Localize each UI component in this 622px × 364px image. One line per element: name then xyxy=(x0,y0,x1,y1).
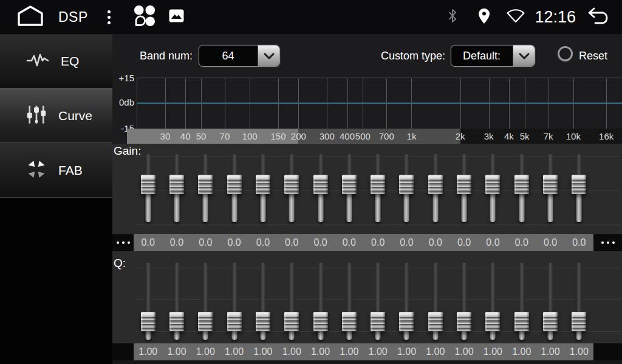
gain-fader-thumb[interactable] xyxy=(572,175,586,194)
gain-fader[interactable] xyxy=(248,154,277,222)
q-fader-thumb[interactable] xyxy=(141,312,156,331)
q-fader-thumb[interactable] xyxy=(169,312,184,331)
gain-fader[interactable] xyxy=(191,154,220,222)
q-fader-thumb[interactable] xyxy=(485,312,500,331)
band-num-select[interactable]: 64 xyxy=(199,45,280,67)
q-fader-thumb[interactable] xyxy=(457,312,471,331)
gain-fader[interactable] xyxy=(421,154,449,222)
gain-fader-thumb[interactable] xyxy=(399,175,414,194)
q-fader-thumb[interactable] xyxy=(227,312,242,331)
q-fader[interactable] xyxy=(191,263,220,340)
apps-clover-icon[interactable] xyxy=(134,5,156,29)
fader-track-upper xyxy=(346,154,352,177)
q-fader[interactable] xyxy=(335,263,363,340)
gain-fader[interactable] xyxy=(364,154,392,222)
q-fader-thumb[interactable] xyxy=(428,312,443,331)
gain-fader-thumb[interactable] xyxy=(543,175,558,194)
band-num-label: Band num: xyxy=(140,50,193,62)
q-fader[interactable] xyxy=(134,263,162,340)
gain-fader-thumb[interactable] xyxy=(169,175,184,194)
sidebar-item-curve[interactable]: Curve xyxy=(0,89,112,143)
q-value: 1.00 xyxy=(162,346,191,357)
sidebar-item-eq[interactable]: EQ xyxy=(0,34,112,89)
gain-fader-thumb[interactable] xyxy=(371,175,385,194)
gain-fader[interactable] xyxy=(479,154,507,222)
q-fader-thumb[interactable] xyxy=(543,312,558,331)
q-fader-thumb[interactable] xyxy=(284,312,299,331)
fader-track-upper xyxy=(318,154,323,177)
gridline xyxy=(525,78,525,129)
gain-fader[interactable] xyxy=(134,154,162,222)
gridline xyxy=(165,78,166,129)
gain-fader-thumb[interactable] xyxy=(198,175,213,194)
plot-top-gridline xyxy=(137,78,622,78)
gain-fader-thumb[interactable] xyxy=(514,175,529,194)
gallery-icon[interactable] xyxy=(169,9,184,25)
chevron-down-icon[interactable] xyxy=(513,46,535,66)
q-fader[interactable] xyxy=(248,263,277,340)
gain-fader-thumb[interactable] xyxy=(256,175,270,194)
q-fader[interactable] xyxy=(278,263,306,340)
gain-fader-thumb[interactable] xyxy=(428,175,443,194)
q-fader[interactable] xyxy=(220,263,248,340)
gain-fader-thumb[interactable] xyxy=(313,175,328,194)
q-fader[interactable] xyxy=(507,263,536,340)
gain-fader[interactable] xyxy=(536,154,564,222)
q-fader-thumb[interactable] xyxy=(256,312,270,331)
gain-fader-thumb[interactable] xyxy=(284,175,299,194)
gain-fader[interactable] xyxy=(306,154,335,222)
chevron-down-icon[interactable] xyxy=(258,46,279,66)
fader-track-lower xyxy=(260,192,265,222)
q-fader[interactable] xyxy=(479,263,507,340)
gain-value-strip: 0.00.00.00.00.00.00.00.00.00.00.00.00.00… xyxy=(134,234,593,251)
gain-fader[interactable] xyxy=(565,154,593,222)
q-fader-thumb[interactable] xyxy=(342,312,357,331)
gain-fader[interactable] xyxy=(220,154,248,222)
back-icon[interactable] xyxy=(587,7,611,27)
gain-fader-thumb[interactable] xyxy=(485,175,500,194)
q-fader[interactable] xyxy=(364,263,392,340)
q-fader[interactable] xyxy=(565,263,593,340)
gridline xyxy=(460,78,461,129)
q-fader-thumb[interactable] xyxy=(198,312,213,331)
fader-track-upper xyxy=(548,154,553,177)
q-fader-thumb[interactable] xyxy=(399,312,414,331)
sidebar: EQ Curve xyxy=(0,34,112,364)
q-fader-thumb[interactable] xyxy=(371,312,385,331)
q-fader[interactable] xyxy=(421,263,449,340)
reset-radio-button[interactable] xyxy=(558,46,573,61)
sidebar-item-fab[interactable]: FAB xyxy=(0,143,112,198)
gain-fader[interactable] xyxy=(507,154,536,222)
gain-value: 0.0 xyxy=(421,237,449,248)
gain-fader[interactable] xyxy=(392,154,421,222)
gain-fader-thumb[interactable] xyxy=(342,175,357,194)
gain-fader[interactable] xyxy=(335,154,363,222)
gain-fader[interactable] xyxy=(449,154,478,222)
freq-tick-label: 2k xyxy=(456,129,465,144)
q-value-strip: 1.001.001.001.001.001.001.001.001.001.00… xyxy=(134,343,593,360)
overflow-menu-icon[interactable] xyxy=(104,7,114,28)
q-fader-thumb[interactable] xyxy=(572,312,586,331)
q-fader-thumb[interactable] xyxy=(514,312,529,331)
y-axis-tick: 0db xyxy=(112,97,134,107)
q-fader[interactable] xyxy=(306,263,335,340)
gain-scroll-left-button[interactable] xyxy=(112,234,134,251)
q-fader-thumb[interactable] xyxy=(313,312,328,331)
gain-fader-thumb[interactable] xyxy=(227,175,242,194)
freq-tick-label: 150 xyxy=(271,129,286,144)
q-value: 1.00 xyxy=(191,346,220,357)
gain-scroll-right-button[interactable] xyxy=(593,234,622,251)
gain-fader-thumb[interactable] xyxy=(457,175,471,194)
freq-tick-label: 7k xyxy=(544,129,553,144)
gain-fader[interactable] xyxy=(162,154,191,222)
q-fader[interactable] xyxy=(162,263,191,340)
gain-fader-thumb[interactable] xyxy=(141,175,156,194)
gain-fader[interactable] xyxy=(278,154,306,222)
q-fader[interactable] xyxy=(392,263,421,340)
custom-type-select[interactable]: Default: xyxy=(451,45,535,67)
q-fader[interactable] xyxy=(449,263,478,340)
fader-track-upper xyxy=(576,154,582,177)
fader-track-upper xyxy=(289,263,295,314)
q-fader[interactable] xyxy=(536,263,564,340)
home-icon[interactable] xyxy=(17,5,44,29)
